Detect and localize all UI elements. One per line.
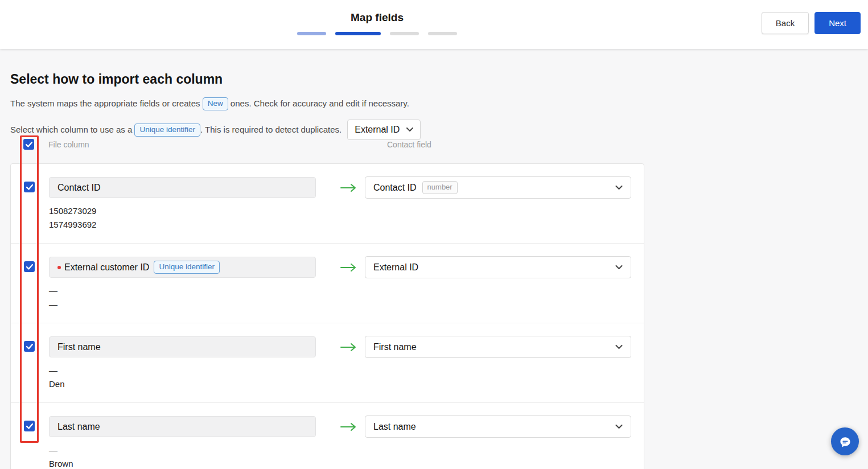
sample-value: — bbox=[49, 284, 57, 298]
chevron-down-icon bbox=[615, 186, 623, 190]
arrow-right-icon bbox=[340, 257, 357, 278]
back-button[interactable]: Back bbox=[762, 12, 809, 34]
chevron-down-icon bbox=[406, 127, 413, 132]
select-all-checkbox[interactable] bbox=[23, 139, 34, 150]
file-column-name: Last name bbox=[57, 422, 100, 432]
arrow-right-icon bbox=[340, 177, 357, 198]
row-checkbox[interactable] bbox=[24, 182, 35, 192]
file-column-field: External customer ID Unique identifier bbox=[49, 257, 316, 278]
sample-value: — bbox=[49, 443, 73, 457]
file-column-name: Contact ID bbox=[57, 183, 101, 193]
progress-step-4 bbox=[428, 32, 457, 35]
file-column-header: File column bbox=[48, 140, 89, 149]
check-icon bbox=[26, 423, 33, 429]
wizard-actions: Back Next bbox=[762, 12, 861, 34]
field-type-badge: number bbox=[422, 181, 458, 194]
sample-value: Brown bbox=[49, 457, 73, 469]
new-badge: New bbox=[203, 97, 228, 110]
row-checkbox[interactable] bbox=[24, 261, 35, 272]
progress-step-3 bbox=[390, 32, 419, 35]
intro-text: The system maps the appropriate fields o… bbox=[10, 98, 200, 108]
contact-field-value: Last name bbox=[373, 422, 416, 432]
mapping-row-external-customer-id: External customer ID Unique identifier E… bbox=[11, 244, 644, 323]
contact-field-value: Contact ID bbox=[373, 183, 417, 193]
unique-identifier-badge: Unique identifier bbox=[154, 261, 220, 274]
import-mapping-section: Select how to import each column The sys… bbox=[0, 49, 868, 469]
file-column-field: Contact ID bbox=[49, 177, 316, 198]
progress-step-1 bbox=[297, 32, 326, 35]
contact-field-value: External ID bbox=[373, 262, 418, 273]
file-column-name: First name bbox=[57, 342, 101, 352]
row-checkbox[interactable] bbox=[24, 341, 35, 352]
section-heading: Select how to import each column bbox=[0, 49, 868, 87]
check-icon bbox=[26, 184, 33, 190]
contact-field-select[interactable]: First name bbox=[365, 336, 631, 358]
intro-text: ones. Check for accuracy and edit if nec… bbox=[231, 98, 409, 108]
contact-field-select[interactable]: External ID bbox=[365, 256, 631, 278]
progress-step-2 bbox=[335, 32, 381, 35]
mapping-row-last-name: Last name Last name — Brown bbox=[11, 403, 644, 469]
sample-value: Den bbox=[49, 377, 65, 391]
contact-field-select[interactable]: Contact ID number bbox=[365, 176, 631, 199]
chat-widget-button[interactable] bbox=[831, 427, 859, 455]
check-icon bbox=[26, 264, 33, 270]
intro-text: . This is required to detect duplicates. bbox=[200, 125, 342, 134]
file-column-field: Last name bbox=[49, 416, 316, 437]
unique-identifier-selected-value: External ID bbox=[355, 122, 400, 137]
table-header-row: File column Contact field bbox=[0, 139, 868, 151]
chevron-down-icon bbox=[615, 265, 623, 270]
sample-values: — — bbox=[49, 284, 57, 311]
check-icon bbox=[26, 142, 32, 147]
chevron-down-icon bbox=[615, 425, 623, 429]
contact-field-value: First name bbox=[373, 342, 417, 352]
check-icon bbox=[26, 344, 33, 349]
sample-values: — Den bbox=[49, 364, 65, 391]
file-column-field: First name bbox=[49, 336, 316, 357]
row-checkbox[interactable] bbox=[24, 421, 35, 431]
mapping-row-first-name: First name First name — Den bbox=[11, 323, 644, 403]
chat-icon bbox=[838, 435, 852, 449]
intro-line-2: Select which column to use as a Unique i… bbox=[10, 120, 868, 140]
wizard-header: Map fields Back Next bbox=[0, 0, 868, 49]
intro-line-1: The system maps the appropriate fields o… bbox=[10, 96, 868, 111]
sample-value: — bbox=[49, 364, 65, 377]
sample-values: — Brown bbox=[49, 443, 73, 469]
sample-value: — bbox=[49, 298, 57, 311]
unique-identifier-badge: Unique identifier bbox=[134, 124, 200, 137]
arrow-right-icon bbox=[340, 336, 357, 357]
sample-value: 1574993692 bbox=[49, 218, 96, 232]
contact-field-header: Contact field bbox=[387, 140, 431, 149]
unique-identifier-select[interactable]: External ID bbox=[347, 120, 421, 140]
mapping-row-contact-id: Contact ID Contact ID number 1508273029 … bbox=[11, 164, 644, 244]
chevron-down-icon bbox=[615, 345, 623, 349]
page-title: Map fields bbox=[0, 11, 754, 24]
intro-text: Select which column to use as a bbox=[10, 125, 132, 134]
sample-values: 1508273029 1574993692 bbox=[49, 204, 96, 232]
next-button[interactable]: Next bbox=[814, 12, 861, 34]
sample-value: 1508273029 bbox=[49, 204, 96, 218]
wizard-header-center: Map fields bbox=[0, 11, 754, 35]
wizard-progress bbox=[0, 32, 754, 35]
required-dot-icon bbox=[57, 266, 61, 269]
arrow-right-icon bbox=[340, 416, 357, 437]
file-column-name: External customer ID bbox=[64, 262, 149, 273]
contact-field-select[interactable]: Last name bbox=[365, 415, 631, 438]
mapping-table: Contact ID Contact ID number 1508273029 … bbox=[10, 163, 644, 469]
